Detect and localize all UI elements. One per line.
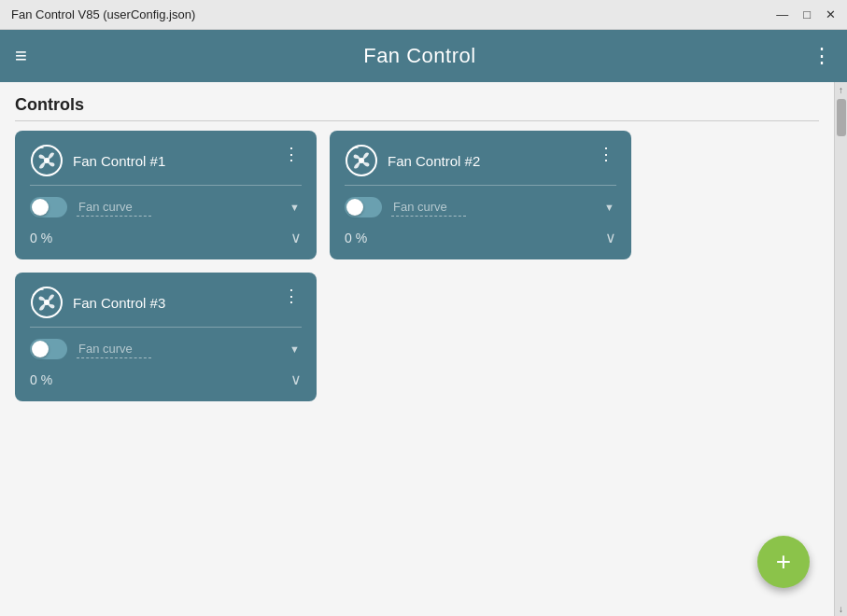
card-1-fan-curve-select[interactable]: Fan curve — [77, 198, 151, 217]
fan-card-2: Fan Control #2 ⋮ Fan curve ▼ — [330, 131, 631, 259]
hamburger-menu-icon[interactable]: ≡ — [15, 46, 28, 66]
scroll-area[interactable]: Controls Fan Control #1 ⋮ — [0, 82, 834, 616]
card-2-menu-icon[interactable]: ⋮ — [596, 144, 616, 164]
card-2-toggle[interactable] — [345, 197, 382, 217]
card-3-toggle-row: Fan curve ▼ — [30, 339, 302, 359]
card-2-divider — [345, 185, 616, 186]
cards-grid: Fan Control #1 ⋮ Fan curve ▼ — [15, 131, 631, 401]
card-3-dropdown-arrow: ▼ — [289, 343, 300, 355]
card-3-expand-icon[interactable]: ∨ — [290, 371, 302, 388]
card-1-speed-value: 0 % — [30, 231, 52, 245]
main-content: Controls Fan Control #1 ⋮ — [0, 82, 847, 616]
card-3-speed-value: 0 % — [30, 372, 52, 387]
more-options-icon[interactable]: ⋮ — [812, 46, 832, 66]
fan-icon-3 — [30, 286, 64, 319]
fan-icon-2 — [345, 144, 378, 177]
card-1-toggle-row: Fan curve ▼ — [30, 197, 302, 217]
card-1-speed-row: 0 % ∨ — [30, 229, 302, 246]
maximize-button[interactable]: □ — [803, 8, 811, 21]
card-2-toggle-row: Fan curve ▼ — [345, 197, 616, 217]
fab-container: + — [757, 536, 810, 588]
card-3-menu-icon[interactable]: ⋮ — [281, 286, 302, 306]
card-1-expand-icon[interactable]: ∨ — [290, 229, 302, 246]
card-2-expand-icon[interactable]: ∨ — [605, 229, 616, 246]
title-bar-text: Fan Control V85 (userConfig.json) — [11, 7, 195, 21]
close-button[interactable]: ✕ — [826, 8, 836, 21]
card-3-speed-row: 0 % ∨ — [30, 371, 302, 388]
scrollbar-down-arrow[interactable]: ↓ — [835, 601, 847, 616]
card-2-speed-value: 0 % — [345, 231, 367, 245]
card-2-dropdown-wrapper: Fan curve ▼ — [391, 198, 616, 217]
scrollbar-up-arrow[interactable]: ↑ — [835, 82, 847, 97]
card-1-dropdown-arrow: ▼ — [289, 202, 300, 213]
card-2-fan-curve-select[interactable]: Fan curve — [391, 198, 466, 217]
card-3-title: Fan Control #3 — [73, 295, 272, 311]
minimize-button[interactable]: — — [776, 8, 788, 21]
card-2-title: Fan Control #2 — [388, 153, 586, 169]
controls-section-label: Controls — [15, 95, 819, 121]
card-3-dropdown-wrapper: Fan curve ▼ — [77, 340, 302, 358]
card-2-speed-row: 0 % ∨ — [345, 229, 616, 246]
card-3-fan-curve-select[interactable]: Fan curve — [77, 340, 151, 358]
scrollbar[interactable]: ↑ ↓ — [834, 82, 847, 616]
fan-card-3: Fan Control #3 ⋮ Fan curve ▼ — [15, 273, 317, 401]
title-bar: Fan Control V85 (userConfig.json) — □ ✕ — [0, 0, 847, 30]
card-1-divider — [30, 185, 302, 186]
add-fan-control-button[interactable]: + — [757, 536, 810, 588]
card-1-toggle-knob — [32, 199, 49, 216]
app-header: ≡ Fan Control ⋮ — [0, 30, 847, 82]
card-3-toggle-knob — [32, 341, 49, 357]
fan-icon-1 — [30, 144, 64, 177]
card-3-toggle[interactable] — [30, 339, 67, 359]
card-3-divider — [30, 327, 302, 328]
card-1-header: Fan Control #1 ⋮ — [30, 144, 302, 177]
card-1-toggle[interactable] — [30, 197, 67, 217]
card-3-header: Fan Control #3 ⋮ — [30, 286, 302, 319]
scrollbar-thumb[interactable] — [837, 99, 846, 136]
fan-card-1: Fan Control #1 ⋮ Fan curve ▼ — [15, 131, 317, 259]
card-1-menu-icon[interactable]: ⋮ — [281, 144, 302, 164]
card-2-toggle-knob — [346, 199, 363, 216]
card-2-header: Fan Control #2 ⋮ — [345, 144, 616, 177]
card-2-dropdown-arrow: ▼ — [604, 202, 614, 213]
title-bar-controls: — □ ✕ — [776, 8, 836, 21]
app-title: Fan Control — [363, 44, 475, 68]
card-1-title: Fan Control #1 — [73, 153, 272, 169]
card-1-dropdown-wrapper: Fan curve ▼ — [77, 198, 302, 217]
